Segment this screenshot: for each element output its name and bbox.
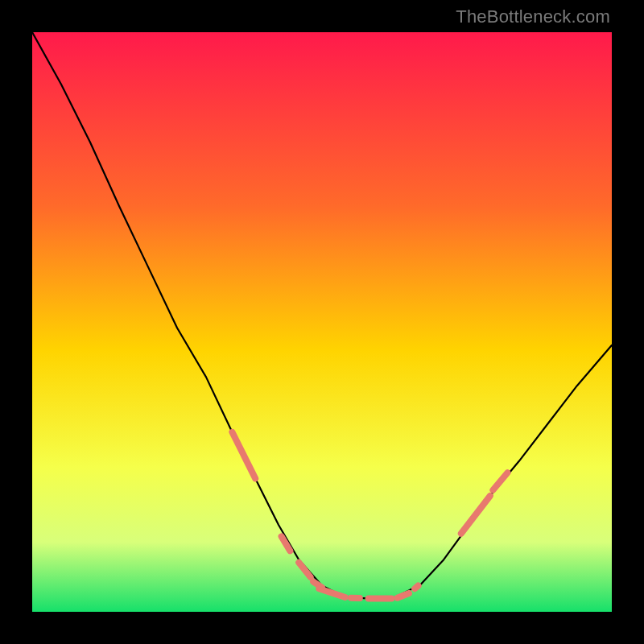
highlight-segment-8 [415,586,418,589]
gradient-background [32,32,612,612]
highlight-segment-7 [398,593,409,598]
watermark-text: TheBottleneck.com [456,6,610,27]
chart-area [32,32,612,612]
chart-svg [32,32,612,612]
